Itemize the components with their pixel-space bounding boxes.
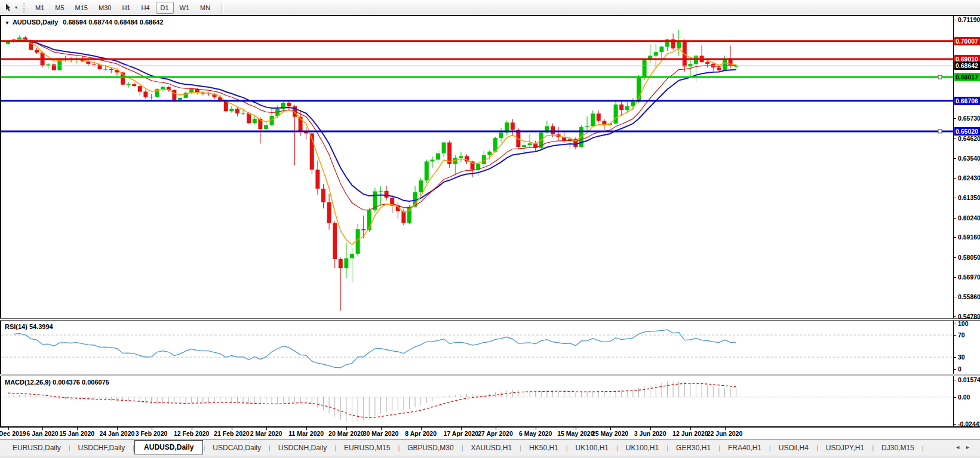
price-tick-label-dash	[954, 20, 956, 20]
line-drag-handle[interactable]	[938, 75, 942, 79]
macd-axis-label-dash	[954, 424, 956, 425]
time-axis-label: 21 Feb 2020	[214, 430, 250, 437]
toolbar-separator	[222, 2, 224, 13]
chart-tab-usoil-h4[interactable]: USOil,H4	[771, 441, 816, 454]
price-tick-label: 0.64620	[958, 135, 980, 142]
price-tick-label: 0.71190	[958, 16, 980, 23]
chart-tab-uk100-h1[interactable]: UK100,H1	[618, 441, 666, 454]
time-axis-label: 2 Mar 2020	[250, 430, 282, 437]
tab-scroll-right-icon[interactable]: ►	[965, 444, 975, 450]
time-axis-label: 3 Feb 2020	[136, 430, 168, 437]
pane-separator-rsi[interactable]	[0, 318, 980, 321]
rsi-axis-label-dash	[954, 369, 956, 370]
top-toolbar: ▾ M1M5M15M30H1H4D1W1MN	[0, 0, 980, 16]
macd-axis-label: 0.015741	[958, 376, 980, 383]
chart-tab-usdchf-daily[interactable]: USDCHF,Daily	[70, 441, 133, 454]
timeframe-button-h4[interactable]: H4	[136, 2, 154, 14]
price-tick-label-dash	[954, 178, 956, 179]
macd-label: MACD(12,26,9) 0.004376 0.006075	[5, 379, 109, 386]
time-axis-label: 6 May 2020	[519, 430, 552, 437]
time-axis-label: 27 Dec 2019	[0, 430, 26, 437]
timeframe-button-h1[interactable]: H1	[117, 2, 135, 14]
price-tick-label-dash	[954, 198, 956, 198]
price-tick-label-dash	[954, 277, 956, 278]
chart-tab-xauusd-h1[interactable]: XAUUSD,H1	[463, 441, 520, 454]
time-axis-label: 8 Apr 2020	[405, 430, 437, 437]
crosshair-cursor-icon	[4, 3, 13, 12]
timeframe-button-m5[interactable]: M5	[50, 2, 69, 14]
price-tick-label-dash	[954, 218, 956, 219]
chart-tab-eurusd-m15[interactable]: EURUSD,M15	[336, 441, 398, 454]
main-chart-canvas[interactable]	[0, 16, 980, 318]
price-tick-label-dash	[954, 316, 956, 317]
macd-pane-canvas[interactable]	[0, 376, 980, 426]
time-axis-label: 15 May 2020	[557, 430, 594, 437]
macd-axis-label: 0.00	[958, 394, 970, 401]
rsi-axis-label: 30	[958, 354, 965, 361]
chart-ohlc-values: 0.68594 0.68744 0.68484 0.68642	[63, 19, 163, 26]
time-axis-label: 3 Jun 2020	[634, 430, 666, 437]
time-axis-label: 11 Mar 2020	[288, 430, 324, 437]
price-tick-label-dash	[954, 237, 956, 238]
line-drag-handle[interactable]	[938, 130, 942, 133]
toolbar-grip[interactable]	[23, 3, 25, 13]
price-tick-label: 0.60240	[958, 214, 980, 222]
chart-title: ▼AUDUSD,Daily0.68594 0.68744 0.68484 0.6…	[5, 19, 164, 26]
rsi-axis-label: 100	[958, 320, 969, 327]
chart-tab-gbpusd-m30[interactable]: GBPUSD,M30	[400, 441, 461, 454]
timeframe-button-m1[interactable]: M1	[30, 2, 49, 14]
pane-separator-macd[interactable]	[0, 374, 980, 376]
chart-tab-eurusd-daily[interactable]: EURUSD,Daily	[5, 441, 69, 454]
status-strip	[0, 456, 980, 458]
price-tick-label: 0.58050	[958, 254, 980, 261]
time-axis-label: 12 Feb 2020	[174, 430, 210, 437]
price-tick-label: 0.56970	[958, 273, 980, 281]
timeframe-button-m30[interactable]: M30	[94, 2, 116, 14]
chart-tab-usdcnh-daily[interactable]: USDCNH,Daily	[271, 441, 334, 454]
timeframe-button-w1[interactable]: W1	[175, 2, 195, 14]
tab-scroll-arrows: ◄►	[955, 444, 975, 450]
chart-tab-ger30-h1[interactable]: GER30,H1	[668, 441, 718, 454]
time-axis-label: 20 Mar 2020	[328, 430, 364, 437]
chart-tab-uk100-h1[interactable]: UK100,H1	[568, 441, 616, 454]
chart-tab-usdcad-daily[interactable]: USDCAD,Daily	[205, 441, 269, 454]
timeframe-toolbar: M1M5M15M30H1H4D1W1MN	[30, 2, 216, 14]
price-level-badge: 0.68642	[954, 62, 980, 70]
rsi-pane-canvas[interactable]	[0, 321, 980, 374]
mt4-terminal: { "toolbar": { "dropdown_icon": "▾", "ti…	[0, 0, 980, 458]
chart-tab-bar: EURUSD,Daily|USDCHF,Daily|AUDUSD,Daily|U…	[0, 439, 980, 456]
price-tick-label-dash	[954, 118, 956, 119]
chart-symbol-period: AUDUSD,Daily	[13, 19, 58, 26]
rsi-label: RSI(14) 54.3994	[5, 323, 53, 330]
tab-scroll-left-icon[interactable]: ◄	[955, 444, 965, 450]
chart-tab-hk50-h1[interactable]: HK50,H1	[521, 441, 566, 454]
timeframe-button-m15[interactable]: M15	[70, 2, 93, 14]
macd-axis-label-dash	[954, 380, 956, 380]
timeframe-button-d1[interactable]: D1	[156, 2, 174, 14]
price-tick-label-dash	[954, 139, 956, 139]
chart-tab-audusd-daily[interactable]: AUDUSD,Daily	[134, 440, 203, 454]
chart-tab-usdjpy-h1[interactable]: USDJPY,H1	[818, 441, 872, 454]
dropdown-arrow-icon: ▾	[15, 5, 17, 10]
price-tick-label-dash	[954, 158, 956, 159]
time-axis-label: 12 Jun 2020	[672, 430, 708, 437]
time-axis-label: 30 Mar 2020	[363, 430, 399, 437]
collapse-arrow-icon[interactable]: ▼	[5, 20, 10, 26]
rsi-axis-label-dash	[954, 357, 956, 358]
macd-axis-label: -0.024412	[958, 420, 980, 428]
time-axis-label: 15 Jan 2020	[59, 430, 94, 437]
time-axis-label: 25 May 2020	[592, 430, 628, 437]
rsi-axis-label: 70	[958, 331, 965, 339]
price-level-badge: 0.66706	[954, 97, 980, 105]
chart-tab-fra40-h1[interactable]: FRA40,H1	[720, 441, 769, 454]
rsi-axis-label-dash	[954, 324, 956, 324]
timeframe-button-mn[interactable]: MN	[195, 2, 215, 14]
price-tick-label: 0.59160	[958, 233, 980, 241]
macd-axis-label-dash	[954, 397, 956, 398]
price-tick-label: 0.65730	[958, 115, 980, 122]
chart-frame-bottom	[0, 426, 980, 428]
price-tick-label: 0.61350	[958, 194, 980, 201]
tab-divider: |	[922, 444, 924, 451]
cursor-tool-button[interactable]: ▾	[2, 2, 19, 13]
chart-tab-dj30-m15[interactable]: DJ30,M15	[874, 441, 922, 454]
